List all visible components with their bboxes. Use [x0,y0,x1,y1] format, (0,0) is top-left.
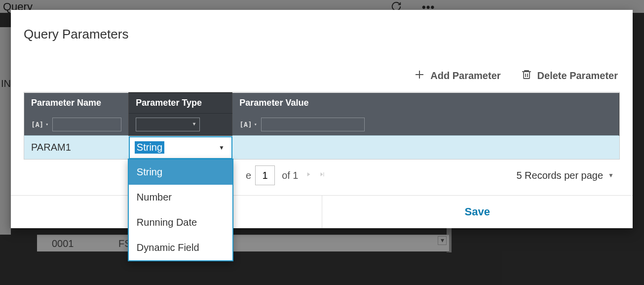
filter-input-value[interactable] [261,118,365,131]
paginator: e of 1 5 Records per page ▼ [11,160,633,195]
modal-title: Query Parameters [11,10,633,47]
add-parameter-button[interactable]: Add Parameter [414,69,500,83]
chevron-down-icon: ▼ [608,172,614,179]
parameter-name-value: PARAM1 [31,142,71,153]
table-row[interactable]: PARAM1 String ▼ String Number Running Da… [24,136,619,160]
chevron-down-icon: ▼ [219,144,225,151]
plus-icon [414,69,425,83]
save-button[interactable]: Save [322,196,633,228]
filter-select-type[interactable] [136,118,200,131]
type-option-number[interactable]: Number [129,185,232,210]
parameter-type-dropdown: String Number Running Date Dynamic Field [128,159,233,261]
type-option-dynamic-field[interactable]: Dynamic Field [129,235,232,260]
svg-rect-2 [524,72,530,79]
parameters-grid-wrap: Parameter Name Parameter Type Parameter … [24,92,620,160]
column-header-type[interactable]: Parameter Type [129,93,232,114]
page-of-label: of 1 [282,170,298,181]
page-hint: e [246,170,251,181]
svg-marker-5 [307,172,310,176]
filter-type-icon-value[interactable]: [A] [239,121,257,128]
query-parameters-modal: Query Parameters Add Parameter Delete Pa… [11,10,633,228]
cell-parameter-name[interactable]: PARAM1 [24,136,129,160]
records-per-page-label: 5 Records per page [516,170,603,181]
type-option-string[interactable]: String [129,160,232,185]
parameter-type-selected: String [135,141,164,154]
filter-type-icon[interactable]: [A] [31,121,48,128]
records-per-page[interactable]: 5 Records per page ▼ [516,170,614,181]
page-number-input[interactable] [255,165,275,185]
filter-input-name[interactable] [52,118,121,131]
column-header-value[interactable]: Parameter Value [232,93,619,114]
trash-icon [521,69,532,83]
cell-parameter-type[interactable]: String ▼ String Number Running Date Dyna… [129,136,232,160]
parameters-grid: Parameter Name Parameter Type Parameter … [24,92,619,159]
delete-parameter-label: Delete Parameter [537,70,618,81]
cell-parameter-value[interactable] [232,136,619,160]
next-page-icon[interactable] [305,170,312,181]
svg-marker-6 [321,172,323,176]
modal-toolbar: Add Parameter Delete Parameter [11,47,633,92]
delete-parameter-button[interactable]: Delete Parameter [521,69,618,83]
last-page-icon[interactable] [319,170,326,181]
modal-footer: Save [11,195,633,228]
add-parameter-label: Add Parameter [430,70,500,81]
parameter-type-combo[interactable]: String ▼ [129,136,232,159]
svg-rect-7 [324,172,324,176]
type-option-running-date[interactable]: Running Date [129,210,232,235]
column-header-name[interactable]: Parameter Name [24,93,129,114]
